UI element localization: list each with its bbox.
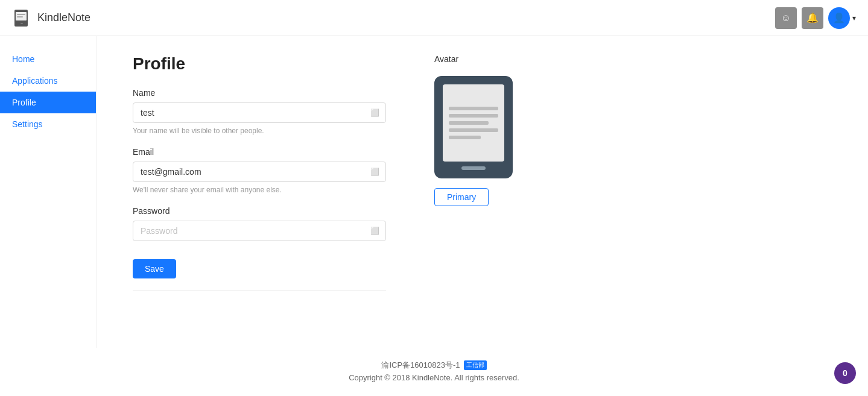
copyright-text: Copyright © 2018 KindleNote. All rights … [12, 373, 856, 382]
save-button[interactable]: Save [133, 259, 176, 278]
avatar-icon: 👤 [833, 12, 845, 24]
floating-button[interactable]: 0 [834, 362, 856, 384]
sidebar-item-applications[interactable]: Applications [0, 70, 96, 92]
bell-icon: 🔔 [806, 12, 819, 24]
primary-button[interactable]: Primary [434, 188, 489, 206]
password-input-wrapper: ⬜ [133, 221, 386, 241]
name-hint: Your name will be visible to other peopl… [133, 127, 386, 135]
avatar-dropdown[interactable]: 👤 ▾ [828, 7, 856, 29]
footer: 渝ICP备16010823号-1 工信部 Copyright © 2018 Ki… [0, 348, 868, 394]
name-input-icon: ⬜ [364, 108, 385, 117]
kindle-line-3 [449, 121, 489, 125]
header-left: KindleNote [12, 8, 90, 28]
emoji-icon: ☺ [781, 13, 791, 24]
bell-button[interactable]: 🔔 [802, 7, 823, 29]
footer-icp: 渝ICP备16010823号-1 工信部 [12, 360, 856, 371]
sidebar-item-home[interactable]: Home [0, 48, 96, 70]
avatar-button[interactable]: 👤 [828, 7, 850, 29]
email-label: Email [133, 147, 386, 157]
password-label: Password [133, 206, 386, 216]
emoji-button[interactable]: ☺ [775, 7, 797, 29]
kindle-line-5 [449, 136, 481, 139]
kindle-screen [443, 84, 504, 162]
logo-icon [12, 8, 31, 28]
password-input[interactable] [133, 221, 364, 240]
sidebar-item-profile[interactable]: Profile [0, 92, 96, 113]
email-hint: We'll never share your email with anyone… [133, 186, 386, 194]
kindle-line-1 [449, 107, 498, 110]
form-divider [133, 291, 386, 291]
kindle-button [461, 166, 486, 170]
header-right: ☺ 🔔 👤 ▾ [775, 7, 856, 29]
kindle-avatar [434, 76, 513, 178]
name-form-group: Name ⬜ Your name will be visible to othe… [133, 88, 386, 135]
icp-badge: 工信部 [464, 360, 487, 370]
form-section: Profile Name ⬜ Your name will be visible… [133, 54, 386, 330]
password-input-icon: ⬜ [364, 227, 385, 235]
kindle-line-4 [449, 128, 498, 132]
avatar-label: Avatar [434, 54, 555, 64]
sidebar-item-settings[interactable]: Settings [0, 113, 96, 135]
password-form-group: Password ⬜ [133, 206, 386, 241]
svg-rect-3 [17, 16, 23, 17]
sidebar: Home Applications Profile Settings [0, 36, 97, 348]
kindle-line-2 [449, 114, 498, 118]
page-title: Profile [133, 54, 386, 74]
logo-text: KindleNote [37, 11, 90, 24]
name-input-wrapper: ⬜ [133, 102, 386, 123]
name-label: Name [133, 88, 386, 98]
svg-rect-2 [17, 14, 25, 15]
chevron-down-icon: ▾ [852, 14, 856, 22]
main-layout: Home Applications Profile Settings Profi… [0, 36, 868, 348]
icp-text: 渝ICP备16010823号-1 [381, 360, 460, 371]
email-input-wrapper: ⬜ [133, 162, 386, 182]
header: KindleNote ☺ 🔔 👤 ▾ [0, 0, 868, 36]
avatar-section: Avatar Primary [434, 54, 555, 330]
svg-rect-4 [21, 23, 23, 24]
name-input[interactable] [133, 103, 364, 122]
content: Profile Name ⬜ Your name will be visible… [97, 36, 868, 348]
email-input-icon: ⬜ [364, 168, 385, 176]
email-input[interactable] [133, 162, 364, 181]
email-form-group: Email ⬜ We'll never share your email wit… [133, 147, 386, 194]
